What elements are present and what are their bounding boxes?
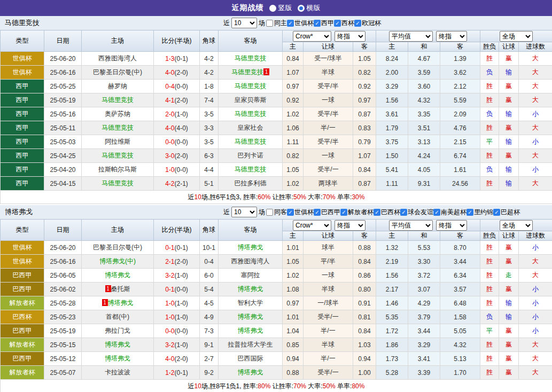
league-filter-item[interactable]: ✓巴西杯 [374,208,400,217]
checkbox-checked-icon[interactable]: ✓ [374,209,380,216]
away-team[interactable]: 智利大学 [238,299,263,307]
fulltime-select[interactable]: 全场 [500,220,533,231]
avg-draw: 3.35 [408,107,440,121]
home-team[interactable]: 马德里竞技 [102,96,134,104]
checkbox-checked-icon[interactable]: ✓ [287,20,294,27]
avg-away: 6.34 [440,269,480,283]
fulltime-select[interactable]: 全场 [500,31,533,42]
odds-away: 0.84 [353,163,376,177]
checkbox-checked-icon[interactable]: ✓ [400,209,407,216]
home-team[interactable]: 马德里竞技 [102,124,134,131]
home-team[interactable]: 博塔弗戈 [105,355,130,362]
score-halftime: (0-1) [175,55,188,62]
away-team[interactable]: 马德里竞技 [235,138,267,145]
home-team[interactable]: 拉斯帕尔马斯 [98,166,137,173]
final-odds-select-2[interactable]: 终指 [436,220,467,231]
away-team[interactable]: 博塔弗戈 [238,327,263,334]
final-odds-select-1[interactable]: 终指 [335,220,366,231]
away-team[interactable]: 马德里竞技 [235,54,267,62]
home-team[interactable]: 西雅图海湾人 [98,54,137,62]
home-team[interactable]: 巴黎圣日尔曼(中) [93,244,142,251]
home-team[interactable]: 卡拉波波 [105,369,130,376]
away-team[interactable]: 博塔弗戈 [238,244,263,251]
team-title: 马德里竞技 [5,18,40,28]
final-odds-select-2[interactable]: 终指 [436,31,467,42]
home-team[interactable]: 巴黎圣日尔曼(中) [93,68,142,76]
checkbox-checked-icon[interactable]: ✓ [314,20,321,27]
away-team[interactable]: 拉普拉塔大学生 [228,341,273,348]
avg-away: 4.32 [440,338,480,352]
result-handicap: 赢 [499,255,519,269]
home-team[interactable]: 奥萨苏纳 [105,110,130,117]
checkbox-checked-icon[interactable]: ✓ [340,209,347,216]
bookmaker-select[interactable]: Crow* [293,220,331,231]
home-team[interactable]: 弗拉门戈 [105,327,130,334]
league-filter-item[interactable]: ✓球会友谊 [400,208,433,217]
score-fulltime: 0-4 [165,83,174,90]
radio-unselected-icon[interactable] [269,5,276,12]
league-filter-item[interactable]: ✓西杯 [334,19,354,28]
radio-selected-icon[interactable] [298,5,305,12]
average-select[interactable]: 平均值 [389,31,433,42]
home-team[interactable]: 博塔弗戈 [105,341,130,348]
away-team[interactable]: 马德里竞技 [235,166,267,173]
checkbox-unchecked-icon[interactable] [266,20,273,27]
away-team[interactable]: 巴列卡诺 [238,152,263,159]
odds-home: 1.05 [283,255,304,269]
away-team[interactable]: 马德里竞技 [235,82,267,90]
score-halftime: (0-0) [175,138,188,146]
league-filter-item[interactable]: ✓欧冠杯 [354,19,381,28]
away-team[interactable]: 巴西国际 [238,355,263,362]
home-team[interactable]: 马德里竞技 [102,179,134,187]
result-winloss: 胜 [480,121,499,135]
home-team[interactable]: 博塔弗戈 [108,299,134,307]
checkbox-checked-icon[interactable]: ✓ [433,209,440,216]
away-team[interactable]: 博塔弗戈 [238,313,263,320]
away-team[interactable]: 西雅图海湾人 [231,257,270,265]
home-team[interactable]: 阿拉维斯 [105,138,130,145]
league-filter-item[interactable]: ✓巴西甲 [314,208,340,217]
match-count-select[interactable]: 10 [231,207,257,217]
checkbox-checked-icon[interactable]: ✓ [334,20,341,27]
summary-segment: 50% [323,382,336,390]
league-badge: 西甲 [1,149,44,163]
league-filter-item[interactable]: ✓世俱杯 [287,19,314,28]
home-team[interactable]: 首都(中) [106,313,129,320]
checkbox-checked-icon[interactable]: ✓ [314,209,321,216]
away-team[interactable]: 塞阿拉 [241,271,260,279]
checkbox-checked-icon[interactable]: ✓ [287,209,294,216]
away-team[interactable]: 博塔弗戈 [238,285,263,293]
result-handicap: 赢 [499,366,519,380]
home-team[interactable]: 马德里竞技 [102,152,134,159]
league-filter-item[interactable]: ✓西甲 [314,19,334,28]
home-team[interactable]: 赫罗纳 [108,82,127,90]
league-filter-item[interactable]: ✓里约锦 [467,208,493,217]
match-count-select[interactable]: 10 [231,18,257,28]
away-team[interactable]: 皇家贝蒂斯 [235,96,267,104]
league-filter-item[interactable]: ✓解放者杯 [340,208,374,217]
away-team[interactable]: 巴拉多利德 [235,179,267,187]
checkbox-checked-icon[interactable]: ✓ [354,20,361,27]
checkbox-unchecked-icon[interactable] [266,209,273,216]
league-filter-item[interactable]: ✓南美超杯 [433,208,467,217]
average-select[interactable]: 平均值 [389,220,433,231]
home-team[interactable]: 博塔弗戈(中) [99,257,136,265]
result-winloss: 负 [480,107,499,121]
away-team[interactable]: 博塔弗戈 [238,369,263,376]
layout-radio-horizontal[interactable]: 横版 [298,3,321,13]
checkbox-checked-icon[interactable]: ✓ [467,209,473,216]
away-team[interactable]: 马德里竞技 [235,110,267,117]
avg-draw: 3.59 [408,66,440,80]
final-odds-select-1[interactable]: 终指 [335,31,366,42]
away-team[interactable]: 皇家社会 [238,124,263,131]
layout-radio-vertical[interactable]: 竖版 [269,3,292,13]
away-team[interactable]: 马德里竞技 [231,68,263,76]
home-team[interactable]: 桑托斯 [111,285,130,293]
home-team[interactable]: 博塔弗戈 [105,271,130,279]
league-filter-item[interactable]: ✓世俱杯 [287,208,314,217]
match-date: 25-04-15 [44,177,82,191]
checkbox-checked-icon[interactable]: ✓ [493,209,500,216]
league-filter-item[interactable]: ✓巴超杯 [493,208,520,217]
subcol-handicap-result: 让球 [499,231,519,241]
bookmaker-select[interactable]: Crow* [293,31,331,42]
